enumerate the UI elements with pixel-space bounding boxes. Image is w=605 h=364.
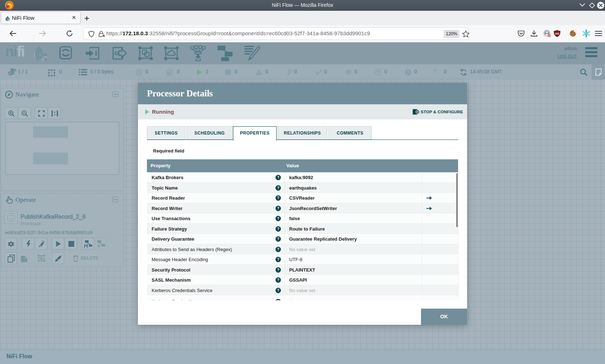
svg-text:UO: UO xyxy=(555,32,559,35)
